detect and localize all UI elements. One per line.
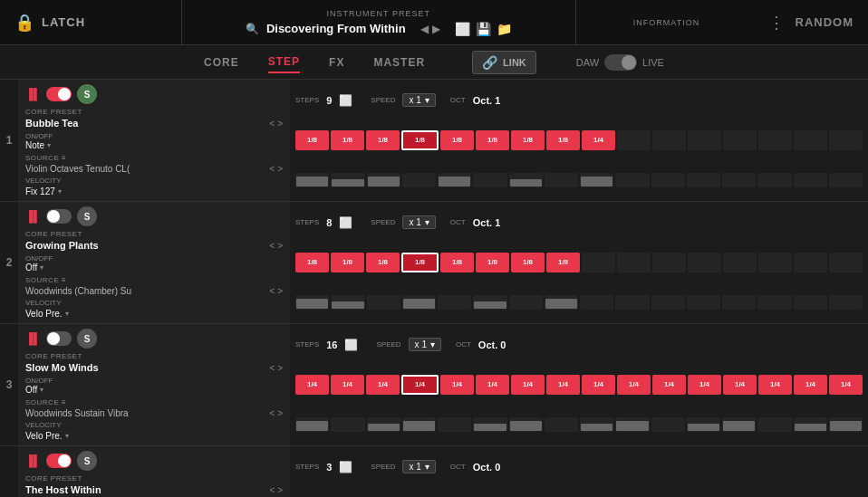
vel-cell-3-16[interactable] — [829, 417, 863, 432]
vel-cell-2-2[interactable] — [331, 295, 364, 310]
vel-cell-3-14[interactable] — [757, 417, 791, 432]
vel-cell-2-6[interactable] — [473, 295, 506, 310]
vel-cell-1-9[interactable] — [580, 173, 613, 187]
vel-cell-3-11[interactable] — [651, 417, 685, 432]
vel-cell-1-16[interactable] — [829, 173, 863, 187]
copy-icon[interactable]: ⬜ — [455, 22, 470, 36]
vel-cell-1-11[interactable] — [651, 173, 685, 187]
power-toggle-2[interactable] — [46, 209, 72, 224]
step-cell-1-7[interactable]: 1/8 — [511, 130, 545, 150]
step-cell-3-11[interactable]: 1/4 — [652, 375, 686, 395]
link-button[interactable]: 🔗 LINK — [472, 51, 536, 74]
vel-cell-3-3[interactable] — [367, 417, 400, 432]
vel-cell-2-14[interactable] — [757, 295, 791, 310]
vel-cell-2-8[interactable] — [545, 295, 578, 310]
steps-copy-icon[interactable]: ⬜ — [344, 339, 358, 351]
vel-cell-3-1[interactable] — [295, 417, 329, 432]
s-button-2[interactable]: S — [77, 206, 97, 226]
s-button-1[interactable]: S — [77, 84, 97, 104]
on-off-value-2[interactable]: Off — [25, 263, 37, 272]
vel-cell-2-10[interactable] — [615, 295, 649, 310]
step-cell-1-1[interactable]: 1/8 — [295, 130, 329, 150]
vel-cell-3-6[interactable] — [473, 417, 506, 432]
vel-cell-1-12[interactable] — [687, 173, 720, 187]
vel-cell-2-13[interactable] — [722, 295, 756, 310]
step-cell-3-7[interactable]: 1/4 — [511, 375, 545, 395]
vel-cell-2-15[interactable] — [794, 295, 827, 310]
step-cell-empty-1-16[interactable] — [829, 130, 863, 150]
step-cell-3-1[interactable]: 1/4 — [295, 375, 329, 395]
source-nav[interactable]: < > — [270, 164, 283, 174]
velocity-dropdown[interactable]: ▾ — [58, 187, 62, 196]
step-cell-3-10[interactable]: 1/4 — [617, 375, 651, 395]
step-cell-3-9[interactable]: 1/4 — [582, 375, 615, 395]
step-cell-2-6[interactable]: 1/8 — [476, 253, 509, 272]
dots-menu[interactable]: ⋮ — [768, 13, 785, 33]
prev-arrow[interactable]: ◀ — [420, 23, 429, 35]
step-cell-3-12[interactable]: 1/4 — [688, 375, 721, 395]
step-cell-1-2[interactable]: 1/8 — [331, 130, 364, 150]
vel-cell-1-3[interactable] — [367, 173, 400, 187]
vel-cell-1-15[interactable] — [794, 173, 827, 187]
random-label[interactable]: RANDOM — [796, 15, 869, 29]
step-cell-3-2[interactable]: 1/4 — [331, 375, 364, 395]
vel-cell-3-9[interactable] — [580, 417, 613, 432]
preset-name[interactable]: Discovering From Within — [266, 22, 406, 35]
vel-cell-2-12[interactable] — [687, 295, 720, 310]
on-off-dropdown[interactable]: ▾ — [47, 141, 51, 149]
step-cell-empty-1-11[interactable] — [652, 130, 686, 150]
tab-step[interactable]: STEP — [268, 52, 300, 73]
velocity-value-2[interactable]: Velo Pre. — [25, 309, 63, 319]
vel-cell-2-1[interactable] — [295, 295, 329, 310]
step-cell-empty-2-10[interactable] — [617, 253, 651, 272]
step-cell-3-3[interactable]: 1/4 — [366, 375, 400, 395]
vel-cell-1-14[interactable] — [757, 173, 791, 187]
step-cell-1-5[interactable]: 1/8 — [440, 130, 474, 150]
on-off-dropdown[interactable]: ▾ — [40, 386, 43, 394]
steps-copy-icon[interactable]: ⬜ — [339, 216, 352, 229]
vel-cell-3-13[interactable] — [722, 417, 756, 432]
step-cell-empty-2-11[interactable] — [652, 253, 686, 272]
step-cell-2-4[interactable]: 1/8 — [401, 253, 439, 272]
vel-cell-3-8[interactable] — [545, 417, 578, 432]
step-cell-1-6[interactable]: 1/8 — [476, 130, 509, 150]
step-cell-empty-2-16[interactable] — [829, 253, 863, 272]
vel-cell-2-5[interactable] — [438, 295, 471, 310]
vel-cell-3-7[interactable] — [509, 417, 543, 432]
vel-cell-1-8[interactable] — [545, 173, 578, 187]
vel-cell-2-16[interactable] — [829, 295, 863, 310]
vel-cell-2-7[interactable] — [509, 295, 543, 310]
power-toggle-1[interactable] — [46, 87, 72, 101]
core-preset-nav[interactable]: < > — [270, 363, 283, 373]
steps-copy-icon[interactable]: ⬜ — [339, 94, 352, 107]
preset-nav[interactable]: ◀ ▶ — [420, 23, 440, 35]
step-cell-empty-1-13[interactable] — [723, 130, 757, 150]
step-cell-3-6[interactable]: 1/4 — [476, 375, 509, 395]
source-nav[interactable]: < > — [270, 286, 283, 296]
tab-fx[interactable]: FX — [329, 53, 344, 72]
step-cell-empty-2-13[interactable] — [723, 253, 757, 272]
vel-cell-2-9[interactable] — [580, 295, 613, 310]
s-button-3[interactable]: S — [77, 329, 97, 349]
step-cell-1-8[interactable]: 1/8 — [546, 130, 580, 150]
daw-live-toggle[interactable] — [604, 54, 637, 71]
step-cell-2-8[interactable]: 1/8 — [546, 253, 580, 272]
step-cell-3-4[interactable]: 1/4 — [401, 375, 439, 395]
step-cell-3-14[interactable]: 1/4 — [758, 375, 792, 395]
vel-cell-1-4[interactable] — [402, 173, 436, 187]
vel-cell-1-5[interactable] — [438, 173, 471, 187]
s-button-4[interactable]: S — [77, 451, 97, 471]
vel-cell-2-4[interactable] — [402, 295, 436, 310]
vel-cell-1-1[interactable] — [295, 173, 329, 187]
save-icon[interactable]: 💾 — [476, 22, 491, 36]
tab-core[interactable]: CORE — [204, 53, 239, 72]
step-cell-2-1[interactable]: 1/8 — [295, 253, 329, 272]
vel-cell-3-5[interactable] — [438, 417, 471, 432]
tab-master[interactable]: MASTER — [373, 53, 425, 72]
step-cell-3-13[interactable]: 1/4 — [723, 375, 757, 395]
steps-copy-icon[interactable]: ⬜ — [339, 461, 352, 473]
core-preset-nav[interactable]: < > — [270, 485, 283, 495]
speed-select-4[interactable]: x 1 ▾ — [402, 460, 435, 473]
step-cell-1-4[interactable]: 1/8 — [401, 130, 439, 150]
vel-cell-1-2[interactable] — [331, 173, 364, 187]
